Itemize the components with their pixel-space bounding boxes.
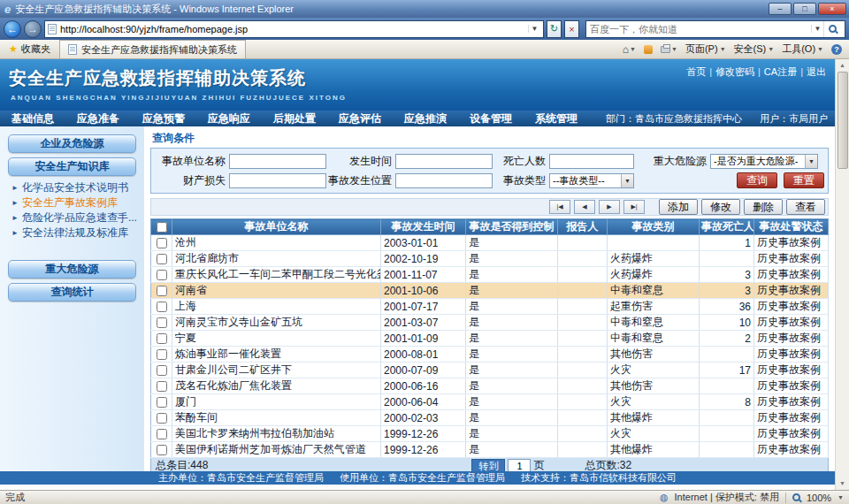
search-icon[interactable]: [823, 21, 841, 37]
table-row[interactable]: 宁夏 2001-01-09 是 中毒和窒息 2 历史事故案例: [151, 331, 829, 347]
scroll-up-icon[interactable]: ▲: [839, 59, 845, 72]
nav-item[interactable]: 设备管理: [458, 111, 524, 126]
close-button[interactable]: ×: [818, 3, 846, 15]
first-page-button[interactable]: |◀: [549, 200, 570, 214]
command-menu[interactable]: 页面(P)▼: [685, 42, 726, 56]
nav-item[interactable]: 应急响应: [196, 111, 262, 126]
table-row[interactable]: 甘肃金川公司二矿区井下 2000-07-09 是 火灾 17 历史事故案例: [151, 363, 829, 378]
last-page-button[interactable]: ▶|: [623, 200, 645, 214]
banner-link[interactable]: 首页: [686, 65, 706, 79]
row-checkbox[interactable]: [157, 333, 167, 344]
sidebar-button[interactable]: 安全生产知识库: [8, 157, 136, 176]
sidebar-link[interactable]: ► 危险化学品应急速查手...: [11, 210, 136, 225]
command-menu[interactable]: 工具(O)▼: [782, 42, 823, 56]
column-header[interactable]: 事故处警状态: [754, 219, 829, 235]
table-row[interactable]: 苯酚车间 2000-02-03 是 其他爆炸 历史事故案例: [151, 410, 829, 426]
select-all-checkbox[interactable]: [157, 222, 167, 233]
sidebar-link[interactable]: ► 安全法律法规及标准库: [11, 225, 136, 241]
nav-item[interactable]: 应急评估: [327, 111, 393, 126]
row-checkbox[interactable]: [157, 302, 167, 312]
url-input[interactable]: [60, 24, 524, 34]
sidebar-link[interactable]: ► 化学品安全技术说明书: [11, 180, 136, 195]
scrollbar-thumb[interactable]: [838, 72, 848, 169]
nav-item[interactable]: 应急预警: [131, 111, 196, 126]
occur-time-input[interactable]: [395, 154, 493, 169]
prev-page-button[interactable]: ◀: [574, 200, 595, 214]
favorites-button[interactable]: ★ 收藏夹: [3, 41, 57, 57]
home-button[interactable]: ⌂▼: [623, 43, 636, 56]
column-header[interactable]: 报告人: [558, 219, 608, 235]
nav-item[interactable]: 基础信息: [0, 111, 65, 126]
browser-tab[interactable]: 安全生产应急救援指挥辅助决策系统: [59, 40, 246, 58]
column-header[interactable]: 事故死亡人数: [700, 219, 754, 235]
table-row[interactable]: 河南省 2001-10-06 是 中毒和窒息 3 历史事故案例: [151, 283, 829, 299]
banner-link[interactable]: 退出: [797, 65, 826, 79]
nav-item[interactable]: 系统管理: [524, 111, 589, 126]
back-button[interactable]: ←: [4, 20, 21, 38]
stop-button[interactable]: ×: [564, 20, 579, 38]
nav-item[interactable]: 后期处置: [262, 111, 327, 126]
table-row[interactable]: 上海 2001-07-17 是 起重伤害 36 历史事故案例: [151, 299, 829, 315]
banner-link[interactable]: 修改密码: [706, 65, 754, 79]
nav-item[interactable]: 应急准备: [65, 111, 131, 126]
nav-item[interactable]: 应急推演: [393, 111, 458, 126]
browser-search-input[interactable]: [590, 24, 811, 34]
sidebar-button[interactable]: 重大危险源: [8, 260, 136, 279]
row-checkbox[interactable]: [157, 270, 167, 280]
row-checkbox[interactable]: [157, 381, 167, 392]
table-row[interactable]: 炼油事业部一催化装置 2000-08-01 是 其他伤害 历史事故案例: [151, 347, 829, 363]
goto-page-button[interactable]: 转到: [471, 459, 505, 471]
goto-page-input[interactable]: [508, 459, 531, 471]
minimize-button[interactable]: –: [769, 3, 792, 15]
view-button[interactable]: 查看: [786, 199, 825, 215]
row-checkbox[interactable]: [157, 365, 167, 376]
row-checkbox[interactable]: [157, 286, 167, 296]
print-button[interactable]: ▼: [661, 46, 677, 53]
sidebar-button[interactable]: 企业及危险源: [8, 134, 136, 153]
sidebar-button[interactable]: 查询统计: [8, 283, 136, 302]
table-row[interactable]: 美国伊利诺斯州芝加哥炼油厂天然气管道 1999-12-26 是 其他爆炸 历史事…: [151, 442, 829, 458]
zoom-dropdown-icon[interactable]: ▼: [838, 494, 844, 500]
row-checkbox[interactable]: [157, 238, 167, 248]
table-row[interactable]: 河南灵宝市义寺山金矿五坑 2001-03-07 是 中毒和窒息 10 历史事故案…: [151, 315, 829, 331]
major-hazard-select[interactable]: -是否为重大危险源- ▼: [710, 154, 818, 169]
table-row[interactable]: 河北省廊坊市 2002-10-19 是 火药爆炸 历史事故案例: [151, 251, 829, 267]
next-page-button[interactable]: ▶: [599, 200, 620, 214]
location-input[interactable]: [395, 173, 493, 188]
sidebar-link[interactable]: ► 安全生产事故案例库: [11, 195, 136, 210]
add-button[interactable]: 添加: [659, 199, 698, 215]
deaths-input[interactable]: [549, 154, 634, 169]
vertical-scrollbar[interactable]: ▲ ▼: [835, 59, 849, 490]
row-checkbox[interactable]: [157, 429, 167, 439]
table-row[interactable]: 厦门 2000-06-04 是 火灾 8 历史事故案例: [151, 394, 829, 410]
forward-button[interactable]: →: [24, 20, 42, 38]
refresh-button[interactable]: ↻: [547, 20, 562, 38]
table-row[interactable]: 美国北卡罗来纳州韦拉伯勒加油站 1999-12-26 是 火灾 历史事故案例: [151, 426, 829, 442]
zoom-level[interactable]: 100%: [807, 493, 831, 503]
modify-button[interactable]: 修改: [701, 199, 740, 215]
row-checkbox[interactable]: [157, 397, 167, 408]
accident-type-select[interactable]: --事故类型-- ▼: [549, 173, 634, 188]
column-header[interactable]: 事故类别: [608, 219, 700, 235]
reset-button[interactable]: 重置: [784, 172, 824, 188]
feeds-button[interactable]: [644, 45, 653, 54]
row-checkbox[interactable]: [157, 413, 167, 424]
column-header[interactable]: 事故是否得到控制: [466, 219, 558, 235]
row-checkbox[interactable]: [157, 254, 167, 264]
banner-link[interactable]: CA注册: [754, 65, 797, 79]
command-menu[interactable]: 安全(S)▼: [734, 42, 775, 56]
search-button[interactable]: 查询: [737, 172, 777, 188]
delete-button[interactable]: 删除: [744, 199, 783, 215]
scroll-down-icon[interactable]: ▼: [839, 477, 845, 490]
search-dropdown-icon[interactable]: ▼: [811, 25, 823, 33]
column-header[interactable]: 事故发生时间: [381, 219, 466, 235]
property-loss-input[interactable]: [229, 173, 326, 188]
maximize-button[interactable]: □: [793, 3, 816, 15]
table-row[interactable]: 茂名石化炼油厂焦化装置 2000-06-16 是 其他伤害 历史事故案例: [151, 378, 829, 394]
address-dropdown-icon[interactable]: ▼: [528, 25, 540, 33]
unit-name-input[interactable]: [229, 154, 326, 169]
row-checkbox[interactable]: [157, 445, 167, 455]
table-row[interactable]: 重庆长风化工一车间二苯甲酮工段二号光化釜 2001-11-07 是 火药爆炸 3…: [151, 267, 829, 283]
column-header[interactable]: 事故单位名称: [172, 219, 381, 235]
table-row[interactable]: 沧州 2003-01-01 是 1 历史事故案例: [151, 235, 829, 251]
